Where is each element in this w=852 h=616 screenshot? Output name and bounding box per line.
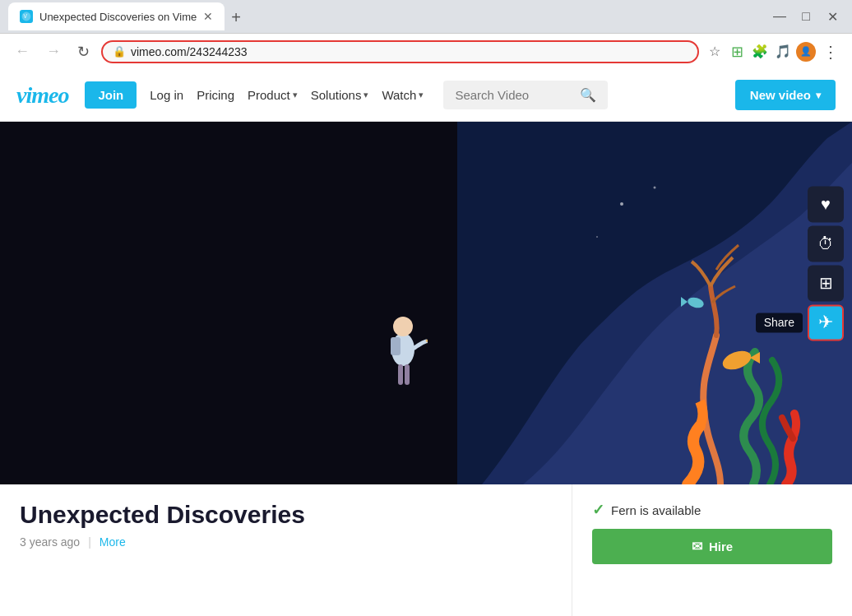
side-action-buttons: ♥ ⏱ ⊞ Share ✈ xyxy=(808,186,844,340)
vimeo-logo: vimeo xyxy=(16,82,68,109)
svg-rect-10 xyxy=(391,337,401,355)
svg-point-9 xyxy=(393,317,413,336)
lock-icon: 🔒 xyxy=(113,45,126,58)
video-title: Unexpected Discoveries xyxy=(20,501,552,529)
heart-icon: ♥ xyxy=(821,195,831,214)
active-tab[interactable]: V Unexpected Discoveries on Vime ✕ xyxy=(8,2,225,30)
like-button[interactable]: ♥ xyxy=(808,186,844,222)
pricing-link[interactable]: Pricing xyxy=(197,88,234,102)
refresh-button[interactable]: ↻ xyxy=(72,39,95,64)
hire-button[interactable]: ✉ Hire xyxy=(592,529,832,564)
share-label: Share xyxy=(756,313,803,332)
collections-button[interactable]: ⊞ xyxy=(808,265,844,301)
hire-label: Hire xyxy=(709,540,733,553)
url-bar[interactable]: 🔒 vimeo.com/243244233 xyxy=(101,40,699,63)
share-container: Share ✈ xyxy=(808,304,844,340)
product-dropdown[interactable]: Product xyxy=(248,88,298,102)
browser-chrome: V Unexpected Discoveries on Vime ✕ + — □… xyxy=(0,0,852,69)
address-bar: ← → ↻ 🔒 vimeo.com/243244233 ☆ ⊞ 🧩 🎵 👤 ⋮ xyxy=(0,33,852,69)
title-bar: V Unexpected Discoveries on Vime ✕ + — □… xyxy=(0,0,852,33)
clock-icon: ⏱ xyxy=(817,234,834,253)
maximize-button[interactable]: □ xyxy=(794,5,817,28)
new-video-button[interactable]: New video xyxy=(735,80,836,110)
share-button[interactable]: ✈ xyxy=(808,304,844,340)
search-icon: 🔍 xyxy=(580,87,596,103)
svg-point-7 xyxy=(596,236,598,238)
tab-title: Unexpected Discoveries on Vime xyxy=(39,11,197,23)
separator: | xyxy=(88,535,91,549)
video-age: 3 years ago xyxy=(20,535,80,549)
vimeo-navbar: vimeo Join Log in Pricing Product Soluti… xyxy=(0,69,852,122)
tabs: V Unexpected Discoveries on Vime ✕ + xyxy=(8,2,248,30)
solutions-dropdown[interactable]: Solutions xyxy=(311,88,369,102)
back-button[interactable]: ← xyxy=(10,39,35,63)
close-button[interactable]: ✕ xyxy=(821,5,844,28)
check-icon: ✓ xyxy=(592,501,604,519)
svg-rect-11 xyxy=(398,364,403,385)
browser-menu-button[interactable]: ⋮ xyxy=(819,39,842,65)
svg-rect-12 xyxy=(405,364,410,385)
address-actions: ☆ ⊞ 🧩 🎵 👤 ⋮ xyxy=(706,39,842,65)
svg-point-6 xyxy=(654,187,656,189)
svg-point-5 xyxy=(620,202,623,206)
fern-available-status: ✓ Fern is available xyxy=(592,501,832,519)
hire-panel: ✓ Fern is available ✉ Hire xyxy=(572,484,852,616)
puzzle-extension-icon[interactable]: 🧩 xyxy=(750,42,770,62)
search-bar[interactable]: 🔍 xyxy=(443,81,608,109)
forward-button[interactable]: → xyxy=(41,39,66,63)
fern-status-text: Fern is available xyxy=(611,503,701,517)
search-input[interactable] xyxy=(455,88,573,102)
grid-extension-icon[interactable]: ⊞ xyxy=(727,42,747,62)
below-video-section: Unexpected Discoveries 3 years ago | Mor… xyxy=(0,484,852,616)
login-link[interactable]: Log in xyxy=(150,88,183,102)
envelope-icon: ✉ xyxy=(692,539,702,554)
tab-favicon: V xyxy=(20,10,33,23)
tab-close-button[interactable]: ✕ xyxy=(203,10,213,23)
minimize-button[interactable]: — xyxy=(768,5,791,28)
character-figure xyxy=(378,308,428,410)
watch-later-button[interactable]: ⏱ xyxy=(808,225,844,262)
svg-text:V: V xyxy=(23,13,27,19)
collections-icon: ⊞ xyxy=(819,273,833,293)
profile-avatar-icon[interactable]: 👤 xyxy=(796,42,816,62)
new-tab-button[interactable]: + xyxy=(225,5,248,30)
video-player[interactable]: ♥ ⏱ ⊞ Share ✈ xyxy=(0,122,852,484)
more-link[interactable]: More xyxy=(100,535,126,549)
window-controls: — □ ✕ xyxy=(768,5,844,28)
url-text: vimeo.com/243244233 xyxy=(131,45,688,58)
watch-dropdown[interactable]: Watch xyxy=(382,88,424,102)
video-info: Unexpected Discoveries 3 years ago | Mor… xyxy=(0,484,572,616)
music-extension-icon[interactable]: 🎵 xyxy=(773,42,793,62)
share-icon: ✈ xyxy=(818,312,833,333)
bookmark-button[interactable]: ☆ xyxy=(706,40,724,63)
join-button[interactable]: Join xyxy=(85,81,137,109)
video-meta: 3 years ago | More xyxy=(20,535,552,549)
